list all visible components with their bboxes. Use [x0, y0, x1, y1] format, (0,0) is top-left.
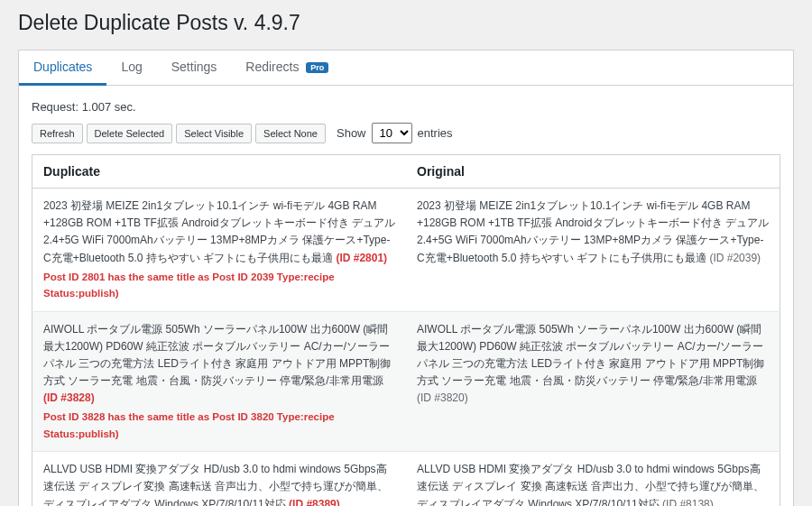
tab-redirects[interactable]: Redirects Pro	[231, 51, 343, 85]
original-cell: 2023 初登場 MEIZE 2in1タブレット10.1インチ wi-fiモデル…	[406, 189, 780, 312]
tab-log[interactable]: Log	[106, 51, 156, 85]
duplicate-cell: 2023 初登場 MEIZE 2in1タブレット10.1インチ wi-fiモデル…	[32, 189, 407, 312]
tab-duplicates[interactable]: Duplicates	[19, 51, 106, 86]
duplicate-id: (ID #2801)	[336, 252, 387, 264]
original-id: (ID #3820)	[417, 391, 468, 404]
delete-selected-button[interactable]: Delete Selected	[87, 124, 173, 143]
show-label: Show	[337, 126, 366, 140]
tab-settings[interactable]: Settings	[157, 51, 232, 85]
duplicate-title: AIWOLL ポータブル電源 505Wh ソーラーパネル100W 出力600W …	[43, 323, 391, 388]
entries-label: entries	[418, 126, 453, 140]
refresh-button[interactable]: Refresh	[32, 124, 83, 143]
pro-badge: Pro	[306, 62, 328, 73]
tab-bar: Duplicates Log Settings Redirects Pro	[19, 51, 793, 86]
duplicate-cell: ALLVD USB HDMI 変換アダプタ HD/usb 3.0 to hdmi…	[32, 452, 407, 506]
original-cell: ALLVD USB HDMI 変換アダプタ HD/usb 3.0 to hdmi…	[406, 452, 780, 506]
main-panel: Duplicates Log Settings Redirects Pro Re…	[18, 50, 794, 506]
duplicates-table: Duplicate Original 2023 初登場 MEIZE 2in1タブ…	[32, 154, 780, 506]
page-title: Delete Duplicate Posts v. 4.9.7	[18, 11, 794, 35]
duplicate-status: Post ID 2801 has the same title as Post …	[43, 269, 395, 302]
page-size-block: Show 10 entries	[337, 123, 453, 143]
table-row[interactable]: ALLVD USB HDMI 変換アダプタ HD/usb 3.0 to hdmi…	[32, 452, 780, 506]
original-title: AIWOLL ポータブル電源 505Wh ソーラーパネル100W 出力600W …	[417, 323, 764, 388]
toolbar: Refresh Delete Selected Select Visible S…	[32, 123, 780, 143]
duplicate-id: (ID #8389)	[289, 498, 340, 506]
request-timing: Request: 1.007 sec.	[32, 100, 780, 114]
col-original[interactable]: Original	[406, 155, 780, 189]
original-id: (ID #2039)	[709, 252, 761, 264]
page-size-select[interactable]: 10	[372, 123, 412, 143]
panel-content: Request: 1.007 sec. Refresh Delete Selec…	[19, 86, 793, 506]
col-duplicate[interactable]: Duplicate	[32, 155, 407, 189]
duplicate-cell: AIWOLL ポータブル電源 505Wh ソーラーパネル100W 出力600W …	[32, 311, 407, 452]
duplicate-status: Post ID 3828 has the same title as Post …	[43, 409, 395, 442]
tab-redirects-label: Redirects	[245, 60, 299, 74]
duplicate-id: (ID #3828)	[43, 391, 95, 404]
table-row[interactable]: AIWOLL ポータブル電源 505Wh ソーラーパネル100W 出力600W …	[32, 311, 780, 452]
select-visible-button[interactable]: Select Visible	[176, 124, 252, 143]
select-none-button[interactable]: Select None	[255, 124, 326, 143]
original-id: (ID #8138)	[662, 498, 714, 506]
table-row[interactable]: 2023 初登場 MEIZE 2in1タブレット10.1インチ wi-fiモデル…	[32, 189, 780, 312]
original-cell: AIWOLL ポータブル電源 505Wh ソーラーパネル100W 出力600W …	[406, 311, 780, 452]
